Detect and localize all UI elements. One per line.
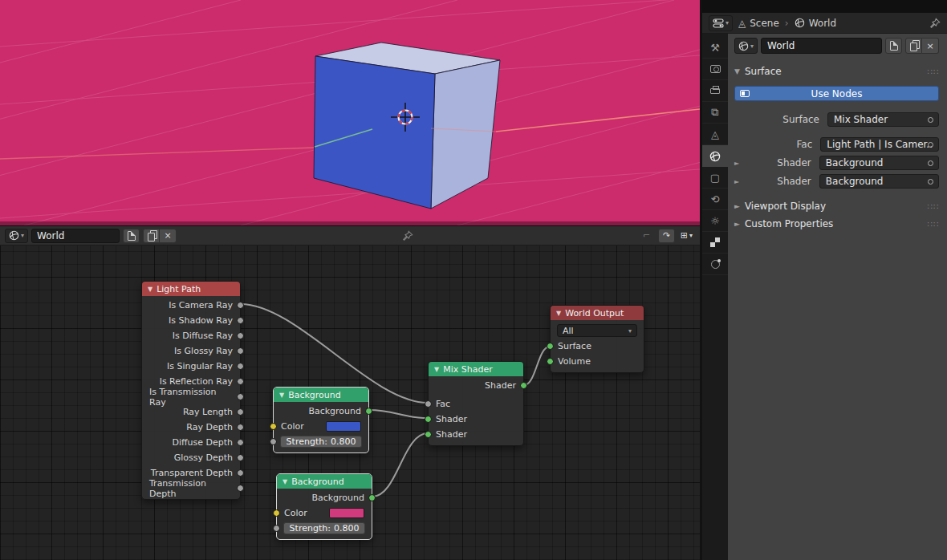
overlays-toggle[interactable]: ⊞▾ — [678, 229, 695, 243]
output-socket[interactable] — [237, 439, 244, 446]
tab-object[interactable]: ▢ — [702, 167, 728, 189]
properties-editor-icon — [713, 18, 724, 28]
node-header[interactable]: ▼ Light Path — [142, 282, 240, 296]
output-socket[interactable] — [237, 454, 244, 461]
collapse-icon[interactable]: ▼ — [556, 310, 561, 317]
output-target-dropdown[interactable]: All ▾ — [557, 324, 637, 337]
unlink-id-button[interactable]: × — [922, 38, 939, 54]
tab-constraints[interactable]: ⟲ — [702, 189, 728, 210]
collapse-icon[interactable]: ▼ — [279, 392, 284, 399]
output-socket[interactable] — [520, 382, 527, 389]
output-socket[interactable] — [237, 424, 244, 431]
expand-arrow-icon[interactable]: ► — [734, 160, 746, 167]
node-light-path[interactable]: ▼ Light Path Is Camera Ray Is Shadow Ray… — [141, 281, 241, 500]
snapping-toggle[interactable]: ↷ — [658, 229, 675, 243]
chevron-down-icon: ▼ — [734, 67, 740, 75]
tab-texture[interactable] — [702, 232, 728, 254]
use-nodes-button[interactable]: Use Nodes — [734, 86, 939, 101]
output-socket[interactable] — [237, 302, 244, 309]
duplicate-id-button[interactable] — [143, 229, 160, 243]
surface-value-field[interactable]: Mix Shader — [827, 112, 939, 127]
strength-input-socket[interactable] — [270, 438, 277, 445]
shader-input-socket[interactable] — [425, 431, 432, 438]
default-cube[interactable] — [314, 43, 500, 209]
output-socket[interactable] — [237, 393, 244, 400]
panel-grip-icon[interactable]: ∷∷ — [927, 220, 939, 229]
world-id-selector[interactable]: ▾ — [5, 229, 28, 243]
pin-icon[interactable] — [402, 230, 413, 241]
socket-row: Is Camera Ray — [142, 298, 240, 313]
new-id-button[interactable] — [885, 38, 902, 54]
node-header[interactable]: ▼ World Output — [551, 306, 644, 320]
output-socket[interactable] — [237, 317, 244, 324]
node-background-bottom[interactable]: ▼ Background Background Color Strength:0… — [276, 473, 372, 540]
expand-arrow-icon[interactable]: ► — [734, 178, 746, 185]
viewport-display-panel-header[interactable]: ► Viewport Display ∷∷ — [734, 200, 939, 213]
socket-decorator-icon[interactable] — [928, 117, 933, 123]
3d-viewport[interactable] — [0, 0, 700, 225]
panel-grip-icon[interactable]: ∷∷ — [927, 67, 939, 76]
breadcrumb-scene[interactable]: ◬ Scene — [738, 18, 779, 29]
duplicate-id-button[interactable] — [905, 38, 922, 54]
shader-input-socket[interactable] — [425, 416, 432, 423]
shader-value-field[interactable]: Background — [819, 156, 939, 170]
color-swatch[interactable] — [326, 421, 361, 432]
socket-decorator-icon[interactable] — [928, 160, 933, 166]
shader-value-field[interactable]: Background — [819, 174, 939, 189]
world-name-field[interactable]: World — [761, 38, 882, 54]
socket-decorator-icon[interactable] — [928, 142, 933, 148]
fac-input-socket[interactable] — [425, 400, 432, 408]
tab-view-layer[interactable]: ⧉ — [702, 102, 728, 124]
node-background-top[interactable]: ▼ Background Background Color Strength:0… — [273, 387, 369, 453]
world-icon — [9, 230, 19, 241]
collapse-icon[interactable]: ▼ — [282, 478, 287, 485]
custom-properties-panel-header[interactable]: ► Custom Properties ∷∷ — [734, 217, 939, 230]
socket-decorator-icon[interactable] — [928, 179, 933, 185]
output-socket[interactable] — [237, 408, 244, 416]
panel-grip-icon[interactable]: ∷∷ — [927, 202, 939, 211]
tab-world[interactable] — [702, 145, 728, 167]
breadcrumb-world[interactable]: World — [795, 18, 836, 29]
node-header[interactable]: ▼ Mix Shader — [429, 362, 523, 376]
world-name-field[interactable]: World — [31, 229, 120, 243]
color-input-socket[interactable] — [273, 509, 280, 517]
shader-node-editor[interactable]: ▾ World × ⌐ ↷ ⊞▾ ▼ Li — [0, 225, 700, 560]
output-socket[interactable] — [365, 408, 372, 415]
strength-input-socket[interactable] — [273, 525, 280, 532]
node-header[interactable]: ▼ Background — [274, 388, 368, 402]
output-socket[interactable] — [237, 332, 244, 339]
output-socket[interactable] — [237, 378, 244, 385]
tab-object-data[interactable]: ☼ — [702, 210, 728, 232]
surface-input-socket[interactable] — [547, 343, 554, 350]
unlink-id-button[interactable]: × — [160, 229, 177, 243]
output-socket[interactable] — [237, 363, 244, 370]
world-id-selector[interactable]: ▾ — [734, 38, 758, 54]
node-title: World Output — [565, 308, 624, 319]
tab-physics[interactable] — [702, 254, 728, 275]
collapse-icon[interactable]: ▼ — [148, 286, 152, 293]
volume-input-socket[interactable] — [547, 358, 554, 365]
node-header[interactable]: ▼ Background — [277, 474, 372, 489]
color-swatch[interactable] — [329, 508, 364, 518]
strength-slider[interactable]: Strength:0.800 — [280, 436, 362, 448]
output-socket[interactable] — [237, 469, 244, 477]
color-input-socket[interactable] — [270, 423, 277, 430]
output-socket[interactable] — [237, 485, 244, 492]
surface-panel-header[interactable]: ▼ Surface ∷∷ — [734, 65, 939, 78]
tab-render[interactable] — [702, 59, 728, 80]
collapse-icon[interactable]: ▼ — [434, 366, 439, 373]
tab-scene[interactable]: ◬ — [702, 124, 728, 145]
fac-value-field[interactable]: Light Path | Is Camer.. — [820, 137, 939, 152]
output-socket[interactable] — [237, 347, 244, 355]
new-id-button[interactable] — [123, 229, 140, 243]
output-socket[interactable] — [368, 494, 376, 501]
tab-tool[interactable]: ⚒ — [702, 37, 728, 59]
panel-title: Viewport Display — [745, 201, 826, 212]
node-world-output[interactable]: ▼ World Output All ▾ Surface Volume — [550, 305, 644, 373]
pin-icon[interactable] — [929, 18, 941, 29]
go-to-parent-button[interactable]: ⌐ — [638, 229, 655, 243]
strength-slider[interactable]: Strength:0.800 — [283, 522, 365, 534]
node-mix-shader[interactable]: ▼ Mix Shader Shader Fac Shader Shader — [428, 361, 524, 446]
tab-output[interactable] — [702, 80, 728, 102]
editor-type-selector[interactable]: ▾ — [709, 15, 733, 31]
